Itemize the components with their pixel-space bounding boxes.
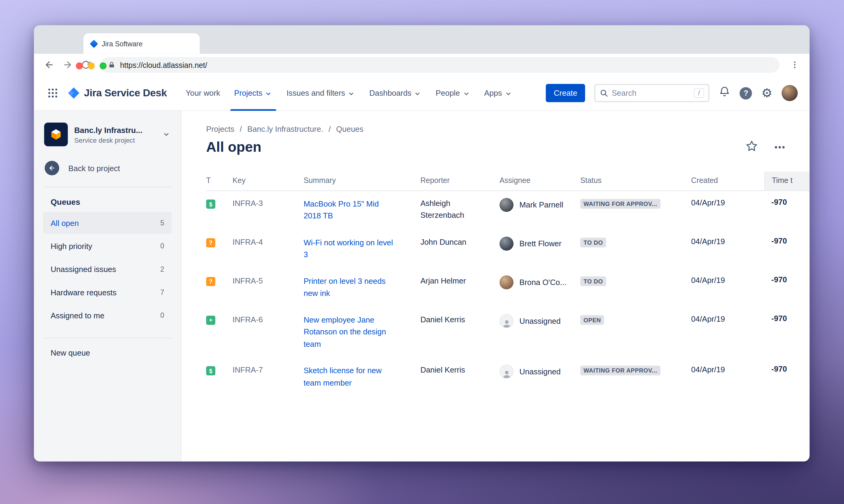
new-queue-button[interactable]: New queue bbox=[51, 348, 172, 357]
browser-menu-button[interactable] bbox=[786, 56, 803, 74]
question-icon: ? bbox=[744, 89, 748, 97]
column-header-created[interactable]: Created bbox=[691, 172, 764, 190]
issue-key: INFRA-5 bbox=[232, 275, 304, 285]
breadcrumb: Projects/Banc.ly Infrastructure./Queues bbox=[206, 125, 809, 133]
column-header-key[interactable]: Key bbox=[232, 172, 304, 190]
issue-summary-link[interactable]: Wi-Fi not working on level 3 bbox=[304, 237, 393, 261]
queue-count: 0 bbox=[160, 311, 164, 320]
app-switcher-button[interactable] bbox=[44, 84, 62, 102]
browser-toolbar: https://cloud.atlassian.net/ bbox=[34, 54, 810, 76]
forward-button[interactable] bbox=[59, 56, 76, 74]
nav-item-issues-and-filters[interactable]: Issues and filters bbox=[279, 75, 362, 110]
nav-item-apps[interactable]: Apps bbox=[477, 75, 519, 110]
issue-created: 04/Apr/19 bbox=[691, 237, 764, 246]
issue-reporter: John Duncan bbox=[420, 237, 500, 248]
top-nav-right: Create / ? ⚙ bbox=[546, 84, 798, 102]
table-row[interactable]: ?INFRA-5Printer on level 3 needs new ink… bbox=[206, 268, 809, 307]
table-row[interactable]: +INFRA-6New employee Jane Rotanson on th… bbox=[206, 307, 809, 358]
jira-favicon-icon bbox=[90, 39, 98, 48]
gear-icon: ⚙ bbox=[761, 86, 773, 100]
sidebar-divider bbox=[43, 338, 172, 338]
sidebar-item-assigned-to-me[interactable]: Assigned to me0 bbox=[43, 304, 172, 326]
queue-count: 5 bbox=[160, 219, 164, 227]
nav-item-projects[interactable]: Projects bbox=[227, 75, 279, 110]
status-badge: OPEN bbox=[580, 315, 604, 325]
queues-heading: Queues bbox=[51, 197, 172, 206]
issue-created: 04/Apr/19 bbox=[691, 198, 764, 207]
issue-summary-link[interactable]: Printer on level 3 needs new ink bbox=[304, 275, 393, 300]
assignee-name: Unassigned bbox=[519, 317, 561, 325]
user-avatar[interactable] bbox=[781, 85, 798, 101]
column-header-summary[interactable]: Summary bbox=[304, 172, 420, 190]
sidebar-item-unassigned-issues[interactable]: Unassigned issues2 bbox=[43, 258, 172, 280]
more-actions-button[interactable]: ⋯ bbox=[774, 141, 786, 152]
assignee-avatar bbox=[500, 314, 514, 328]
table-row[interactable]: ?INFRA-4Wi-Fi not working on level 3John… bbox=[206, 230, 809, 268]
issue-reporter: Ashleigh Sterzenbach bbox=[420, 198, 500, 221]
star-button[interactable] bbox=[745, 140, 758, 155]
assignee-avatar bbox=[500, 237, 514, 251]
issue-summary-link[interactable]: MacBook Pro 15" Mid 2018 TB bbox=[304, 198, 393, 222]
grid-icon bbox=[48, 88, 57, 98]
status-badge: TO DO bbox=[580, 238, 606, 248]
table-row[interactable]: $INFRA-7Sketch license for new team memb… bbox=[206, 358, 809, 396]
ellipsis-icon: ⋯ bbox=[774, 141, 786, 153]
issue-assignee: Brett Flower bbox=[500, 237, 580, 251]
column-header-status[interactable]: Status bbox=[580, 172, 691, 190]
nav-item-dashboards[interactable]: Dashboards bbox=[362, 75, 429, 110]
help-button[interactable]: ? bbox=[740, 87, 752, 100]
sidebar-divider bbox=[43, 186, 172, 187]
page-actions: ⋯ bbox=[745, 140, 786, 155]
product-logo[interactable]: Jira Service Desk bbox=[67, 87, 167, 100]
issue-summary-link[interactable]: Sketch license for new team member bbox=[304, 365, 393, 389]
back-to-project-label: Back to project bbox=[68, 164, 120, 172]
minimize-window-button[interactable] bbox=[88, 62, 94, 69]
column-header-reporter[interactable]: Reporter bbox=[420, 172, 500, 190]
back-to-project[interactable]: Back to project bbox=[45, 161, 172, 175]
settings-button[interactable]: ⚙ bbox=[761, 87, 773, 100]
chevron-down-icon bbox=[162, 130, 170, 139]
app-top-nav: Jira Service Desk Your workProjectsIssue… bbox=[34, 76, 810, 111]
bell-icon bbox=[719, 86, 730, 98]
notifications-button[interactable] bbox=[719, 86, 730, 100]
search-input[interactable] bbox=[612, 89, 691, 97]
nav-item-label: Issues and filters bbox=[287, 89, 345, 97]
lock-icon bbox=[108, 61, 115, 68]
browser-tab[interactable]: Jira Software bbox=[83, 33, 200, 54]
column-header-time[interactable]: Time t bbox=[764, 172, 809, 190]
nav-item-label: Projects bbox=[234, 89, 262, 97]
sidebar-item-hardware-requests[interactable]: Hardware requests7 bbox=[43, 282, 172, 304]
breadcrumb-link[interactable]: Queues bbox=[336, 125, 363, 133]
search-box[interactable]: / bbox=[595, 84, 710, 102]
issue-key: INFRA-6 bbox=[232, 314, 304, 324]
issue-summary-link[interactable]: New employee Jane Rotanson on the design… bbox=[304, 314, 393, 350]
issue-time: -970 bbox=[764, 314, 809, 323]
queue-label: Assigned to me bbox=[51, 311, 104, 320]
sidebar-item-high-priority[interactable]: High priority0 bbox=[43, 235, 172, 257]
maximize-window-button[interactable] bbox=[100, 62, 106, 69]
nav-item-your-work[interactable]: Your work bbox=[178, 75, 227, 110]
assignee-name: Unassigned bbox=[519, 367, 561, 376]
issue-assignee: Unassigned bbox=[500, 365, 580, 379]
create-button[interactable]: Create bbox=[546, 84, 585, 102]
issue-time: -970 bbox=[764, 237, 809, 245]
address-bar[interactable]: https://cloud.atlassian.net/ bbox=[101, 57, 779, 72]
nav-item-people[interactable]: People bbox=[429, 75, 477, 110]
column-header-type[interactable]: T bbox=[206, 172, 232, 190]
breadcrumb-link[interactable]: Projects bbox=[206, 125, 234, 133]
chevron-down-icon bbox=[347, 90, 355, 98]
person-icon bbox=[502, 369, 512, 379]
sidebar-item-all-open[interactable]: All open5 bbox=[43, 212, 172, 234]
person-icon bbox=[502, 318, 512, 328]
breadcrumb-link[interactable]: Banc.ly Infrastructure. bbox=[247, 125, 323, 133]
back-button[interactable] bbox=[40, 56, 57, 74]
assignee-name: Brona O'Co... bbox=[519, 278, 566, 287]
column-header-assignee[interactable]: Assignee bbox=[500, 172, 580, 190]
table-row[interactable]: $INFRA-3MacBook Pro 15" Mid 2018 TBAshle… bbox=[206, 191, 809, 230]
star-icon bbox=[745, 140, 758, 152]
queue-label: Hardware requests bbox=[51, 288, 116, 296]
app-body: Banc.ly Infrastru... Service desk projec… bbox=[34, 111, 810, 462]
project-switcher[interactable]: Banc.ly Infrastru... Service desk projec… bbox=[43, 123, 172, 146]
close-window-button[interactable] bbox=[76, 62, 83, 69]
issue-reporter: Daniel Kerris bbox=[420, 314, 500, 326]
